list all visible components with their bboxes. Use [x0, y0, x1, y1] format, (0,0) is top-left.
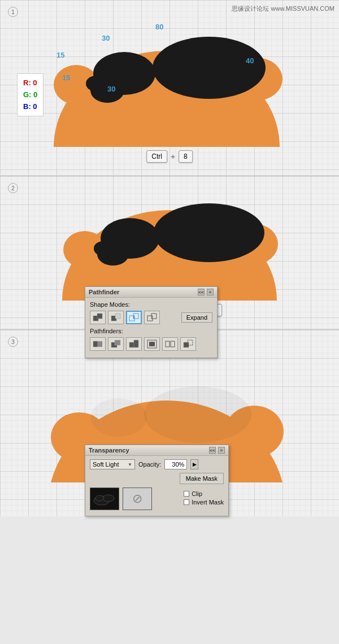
svg-rect-27 — [129, 342, 134, 347]
kbd-ctrl-1[interactable]: Ctrl — [146, 150, 167, 163]
dim-15b: 15 — [62, 73, 70, 82]
pathfinder-title: Pathfinder — [89, 289, 119, 295]
crop-icon — [147, 340, 157, 349]
pf-minus-btn[interactable] — [108, 311, 124, 324]
dim-30a: 30 — [102, 34, 110, 42]
clip-checkbox[interactable] — [184, 491, 189, 497]
rgb-g: G: 0 — [23, 89, 37, 101]
blend-opacity-row: Soft Light ▼ Opacity: ▶ — [90, 459, 224, 469]
section-2-number: 2 — [8, 183, 18, 193]
transparency-double-arrow[interactable]: << — [209, 447, 216, 454]
transparency-body: Soft Light ▼ Opacity: ▶ Make Mask — [85, 456, 228, 516]
pf-intersect-btn[interactable] — [126, 311, 142, 324]
transparency-panel-controls: << ≡ — [209, 447, 225, 454]
mask-thumbnail-2[interactable]: ⊘ — [123, 488, 152, 510]
bear-illustration-2 — [56, 193, 282, 301]
svg-rect-30 — [149, 342, 155, 346]
rgb-b: B: 0 — [23, 101, 37, 113]
pf-merge-btn[interactable] — [126, 337, 142, 351]
rgb-r: R: 0 — [23, 77, 37, 89]
svg-point-6 — [86, 76, 106, 92]
invert-mask-checkbox[interactable] — [184, 499, 189, 505]
svg-point-13 — [94, 241, 112, 256]
mask-thumb-svg — [92, 489, 118, 508]
pf-trim-btn[interactable] — [108, 337, 124, 351]
expand-button[interactable]: Expand — [181, 312, 212, 323]
svg-rect-20 — [133, 316, 134, 319]
blend-mode-label: Soft Light — [93, 461, 119, 468]
opacity-arrow-btn[interactable]: ▶ — [190, 459, 198, 469]
blend-dropdown-arrow: ▼ — [128, 462, 132, 467]
pf-divide-btn[interactable] — [90, 337, 106, 351]
section-1-number: 1 — [8, 7, 18, 17]
dim-15a: 15 — [56, 51, 64, 59]
unite-icon — [93, 313, 103, 322]
transparency-title: Transparency — [89, 447, 129, 454]
pf-unite-btn[interactable] — [90, 311, 106, 324]
pathfinder-panel: Pathfinder << ≡ Shape Modes: — [85, 286, 218, 358]
outline-icon — [165, 340, 175, 349]
panel-menu-btn[interactable]: ≡ — [207, 289, 214, 295]
shape-modes-row: Expand — [90, 311, 212, 324]
pf-outline-btn[interactable] — [162, 337, 178, 351]
dim-30b: 30 — [107, 85, 115, 93]
svg-point-43 — [95, 495, 103, 501]
clip-label: Clip — [192, 490, 202, 497]
subtract-icon — [183, 340, 193, 349]
opacity-input[interactable] — [164, 459, 187, 469]
watermark: 思缘设计论坛 www.MISSVUAN.COM — [232, 5, 334, 13]
kbd-plus-1: + — [171, 152, 175, 161]
svg-rect-26 — [115, 340, 120, 345]
minus-front-icon — [111, 313, 121, 322]
bear-svg-1 — [45, 17, 288, 147]
merge-icon — [129, 340, 139, 349]
kbd-row-1: Ctrl + 8 — [146, 150, 193, 163]
make-mask-button[interactable]: Make Mask — [180, 473, 224, 484]
shape-modes-label: Shape Modes: — [90, 301, 212, 308]
pathfinders-label: Pathfinders: — [90, 328, 212, 334]
trim-icon — [111, 340, 121, 349]
svg-rect-17 — [115, 314, 120, 319]
pathfinder-titlebar: Pathfinder << ≡ — [85, 287, 217, 298]
svg-rect-31 — [166, 341, 169, 347]
panel-double-arrow[interactable]: << — [198, 289, 205, 295]
pf-exclude-btn[interactable] — [144, 311, 160, 324]
divide-icon — [93, 340, 103, 349]
svg-point-42 — [103, 495, 114, 502]
svg-rect-24 — [98, 341, 102, 347]
section-3-number: 3 — [8, 337, 18, 347]
svg-point-39 — [90, 398, 147, 437]
no-symbol-icon: ⊘ — [132, 491, 142, 506]
svg-rect-33 — [184, 342, 189, 347]
kbd-8[interactable]: 8 — [179, 150, 193, 163]
transparency-menu-btn[interactable]: ≡ — [218, 447, 225, 454]
svg-rect-15 — [97, 314, 102, 319]
clip-row: Clip — [184, 490, 224, 497]
pf-crop-btn[interactable] — [144, 337, 160, 351]
svg-rect-32 — [171, 341, 175, 347]
invert-mask-row: Invert Mask — [184, 499, 224, 506]
intersect-icon — [129, 313, 139, 322]
mask-thumbnail-1[interactable] — [90, 488, 119, 510]
svg-rect-28 — [134, 340, 138, 347]
svg-point-3 — [153, 37, 266, 99]
pathfinder-body: Shape Modes: — [85, 298, 217, 358]
rgb-box: R: 0 G: 0 B: 0 — [17, 73, 44, 116]
svg-point-10 — [154, 203, 264, 262]
dim-40: 40 — [246, 56, 254, 65]
exclude-icon — [147, 313, 157, 322]
checkbox-group: Clip Invert Mask — [184, 490, 224, 507]
section-2: 2 Pathfinder << ≡ Shape Modes: — [0, 176, 339, 329]
pathfinders-row — [90, 337, 212, 351]
pf-subtract-btn[interactable] — [180, 337, 196, 351]
bear-svg-2 — [56, 193, 282, 301]
dim-80: 80 — [155, 23, 163, 31]
bear-illustration-1: 80 30 15 15 30 40 — [45, 17, 288, 147]
invert-mask-label: Invert Mask — [192, 499, 224, 506]
transparency-panel: Transparency << ≡ Soft Light ▼ Opacity: … — [85, 445, 229, 516]
svg-point-38 — [144, 386, 251, 443]
mask-thumbnails: ⊘ Clip Invert Mask — [90, 488, 224, 510]
blend-mode-select[interactable]: Soft Light ▼ — [90, 459, 135, 469]
transparency-titlebar: Transparency << ≡ — [85, 445, 228, 456]
panel-controls: << ≡ — [198, 289, 214, 295]
